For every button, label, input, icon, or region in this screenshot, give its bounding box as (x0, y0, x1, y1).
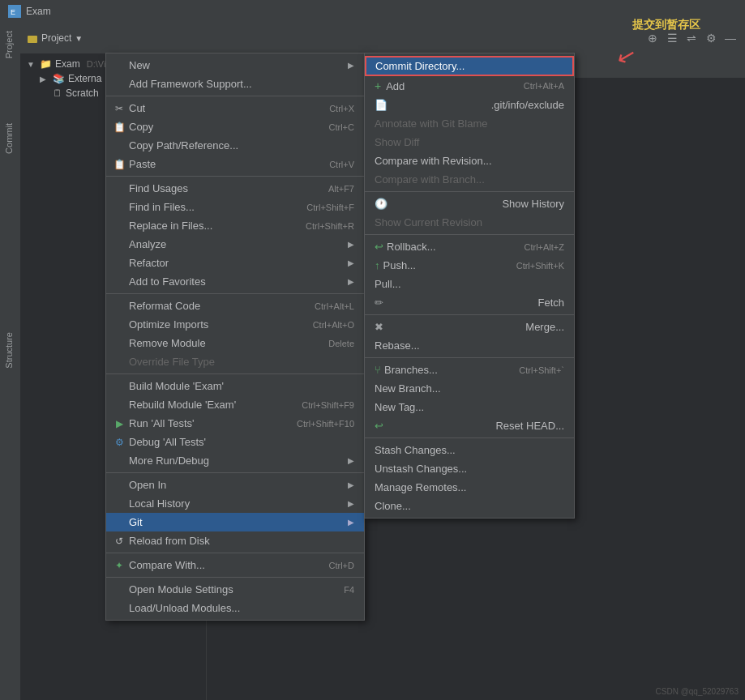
submenu-item-branches[interactable]: ⑂ Branches... Ctrl+Shift+` (365, 361, 574, 379)
submenu-item-reset-head[interactable]: ↩ Reset HEAD... (365, 416, 574, 435)
submenu-item-fetch[interactable]: ✏ Fetch (365, 293, 574, 312)
menu-item-override-type: Override File Type (106, 352, 364, 371)
reformat-shortcut: Ctrl+Alt+L (315, 301, 354, 311)
find-files-label: Find in Files... (129, 201, 290, 213)
rollback-icon: ↩ (375, 241, 383, 253)
menu-item-load-modules[interactable]: Load/Unload Modules... (106, 599, 364, 617)
submenu-item-merge[interactable]: ✖ Merge... (365, 318, 574, 336)
menu-item-find-usages[interactable]: Find Usages Alt+F7 (106, 179, 364, 198)
menu-item-module-settings[interactable]: Open Module Settings F4 (106, 580, 364, 599)
submenu-item-compare-branch: Compare with Branch... (365, 170, 574, 189)
app-icon: E (8, 5, 21, 18)
remove-module-shortcut: Delete (328, 339, 354, 348)
local-history-arrow-icon: ▶ (348, 499, 354, 508)
submenu-item-stash[interactable]: Stash Changes... (365, 441, 574, 459)
left-tabs-panel: Project Commit Structure (0, 23, 20, 700)
rollback-content: ↩ Rollback... (375, 241, 436, 253)
find-usages-shortcut: Alt+F7 (328, 184, 354, 194)
separator-6 (106, 553, 364, 553)
menu-item-git[interactable]: Git ▶ (106, 513, 364, 531)
submenu-item-clone[interactable]: Clone... (365, 497, 574, 515)
menu-item-compare[interactable]: ✦ Compare With... Ctrl+D (106, 556, 364, 574)
menu-item-reformat[interactable]: Reformat Code Ctrl+Alt+L (106, 297, 364, 315)
submenu-item-add[interactable]: + Add Ctrl+Alt+A (365, 76, 574, 96)
rebase-label: Rebase... (375, 339, 420, 352)
tab-structure[interactable]: Structure (0, 324, 18, 377)
menu-item-optimize[interactable]: Optimize Imports Ctrl+Alt+O (106, 315, 364, 334)
tab-commit[interactable]: Commit (0, 115, 18, 162)
submenu-item-manage-remotes[interactable]: Manage Remotes... (365, 478, 574, 497)
separator-4 (106, 373, 364, 374)
optimize-shortcut: Ctrl+Alt+O (313, 320, 354, 330)
submenu-item-show-history[interactable]: 🕐 Show History (365, 194, 574, 213)
module-settings-shortcut: F4 (344, 585, 354, 595)
paste-icon: 📋 (113, 159, 126, 170)
favorites-arrow-icon: ▶ (348, 277, 354, 286)
debug-icon: ⚙ (113, 437, 126, 448)
menu-item-replace-files[interactable]: Replace in Files... Ctrl+Shift+R (106, 216, 364, 235)
menu-item-find-files[interactable]: Find in Files... Ctrl+Shift+F (106, 198, 364, 216)
menu-item-run[interactable]: ▶ Run 'All Tests' Ctrl+Shift+F10 (106, 414, 364, 433)
menu-item-debug[interactable]: ⚙ Debug 'All Tests' (106, 433, 364, 451)
git-label: Git (129, 516, 348, 528)
tab-project[interactable]: Project (0, 23, 18, 66)
sort-icon[interactable]: ⇌ (683, 30, 700, 46)
build-label: Build Module 'Exam' (129, 380, 354, 392)
submenu-item-push[interactable]: ↑ Push... Ctrl+Shift+K (365, 256, 574, 275)
menu-item-copy-path[interactable]: Copy Path/Reference... (106, 136, 364, 155)
git-sep-1 (365, 191, 574, 192)
submenu-item-new-tag[interactable]: New Tag... (365, 398, 574, 416)
menu-item-analyze[interactable]: Analyze ▶ (106, 235, 364, 254)
menu-item-open-in[interactable]: Open In ▶ (106, 476, 364, 494)
submenu-item-rollback[interactable]: ↩ Rollback... Ctrl+Alt+Z (365, 237, 574, 256)
menu-item-build[interactable]: Build Module 'Exam' (106, 377, 364, 395)
dropdown-arrow-icon: ▼ (75, 34, 83, 43)
annotate-label: Annotate with Git Blame (375, 117, 487, 130)
submenu-item-current-revision: Show Current Revision (365, 213, 574, 232)
menu-item-remove-module[interactable]: Remove Module Delete (106, 334, 364, 352)
analyze-label: Analyze (129, 238, 348, 250)
cut-label: Cut (129, 102, 313, 114)
copy-label: Copy (129, 121, 313, 133)
submenu-item-pull[interactable]: Pull... (365, 275, 574, 293)
commit-dir-label: Commit Directory... (375, 60, 465, 72)
app-title: Exam (26, 6, 51, 17)
menu-item-add-framework[interactable]: Add Framework Support... (106, 75, 364, 93)
scratch-icon: 🗒 (53, 88, 62, 99)
submenu-item-new-branch[interactable]: New Branch... (365, 379, 574, 398)
menu-item-more-run[interactable]: More Run/Debug ▶ (106, 451, 364, 470)
compare-label: Compare With... (129, 559, 313, 571)
submenu-item-git-exclude[interactable]: 📄 .git/info/exclude (365, 96, 574, 114)
minimize-icon[interactable]: — (722, 30, 739, 46)
history-icon: 🕐 (375, 198, 387, 210)
compare-shortcut: Ctrl+D (329, 561, 354, 570)
list-icon[interactable]: ☰ (664, 30, 680, 46)
menu-item-rebuild[interactable]: Rebuild Module 'Exam' Ctrl+Shift+F9 (106, 395, 364, 414)
more-run-arrow-icon: ▶ (348, 456, 354, 465)
rebuild-label: Rebuild Module 'Exam' (129, 399, 285, 411)
settings-icon[interactable]: ⚙ (703, 30, 719, 46)
run-shortcut: Ctrl+Shift+F10 (297, 419, 354, 429)
git-icon-prefix: 📄 (375, 99, 387, 111)
push-label: Push... (383, 259, 416, 271)
submenu-item-unstash[interactable]: Unstash Changes... (365, 459, 574, 478)
menu-item-paste[interactable]: 📋 Paste Ctrl+V (106, 155, 364, 173)
open-in-arrow-icon: ▶ (348, 480, 354, 489)
push-content: ↑ Push... (375, 259, 416, 271)
submenu-item-compare-revision[interactable]: Compare with Revision... (365, 152, 574, 170)
load-modules-label: Load/Unload Modules... (129, 602, 354, 614)
globe-icon[interactable]: ⊕ (644, 30, 661, 46)
menu-item-refactor[interactable]: Refactor ▶ (106, 254, 364, 272)
submenu-item-rebase[interactable]: Rebase... (365, 336, 574, 355)
menu-item-copy[interactable]: 📋 Copy Ctrl+C (106, 117, 364, 136)
add-label: Add (386, 80, 405, 92)
branches-content: ⑂ Branches... (375, 364, 438, 376)
menu-item-cut[interactable]: ✂ Cut Ctrl+X (106, 99, 364, 117)
menu-item-add-favorites[interactable]: Add to Favorites ▶ (106, 272, 364, 291)
remove-module-label: Remove Module (129, 337, 312, 349)
submenu-item-commit-dir[interactable]: Commit Directory... (365, 56, 574, 76)
menu-item-local-history[interactable]: Local History ▶ (106, 494, 364, 513)
menu-item-reload[interactable]: ↺ Reload from Disk (106, 531, 364, 550)
project-dropdown[interactable]: Project ▼ (27, 32, 83, 44)
menu-item-new[interactable]: New ▶ (106, 56, 364, 75)
